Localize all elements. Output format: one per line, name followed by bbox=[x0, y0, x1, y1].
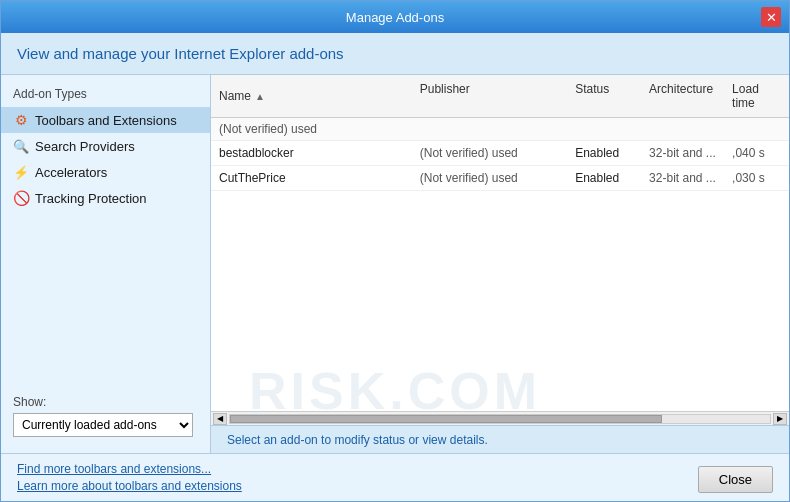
row1-name: bestadblocker bbox=[211, 143, 412, 163]
window-title: Manage Add-ons bbox=[29, 10, 761, 25]
status-text: Select an add-on to modify status or vie… bbox=[227, 433, 488, 447]
footer-links: Find more toolbars and extensions... Lea… bbox=[17, 462, 242, 493]
row1-load: ,040 s bbox=[724, 143, 789, 163]
row1-publisher: (Not verified) used bbox=[412, 143, 567, 163]
close-button[interactable]: Close bbox=[698, 466, 773, 493]
col-header-publisher[interactable]: Publisher bbox=[412, 79, 567, 113]
col-header-name[interactable]: Name ▲ bbox=[211, 79, 412, 113]
table-row[interactable]: CutThePrice (Not verified) used Enabled … bbox=[211, 166, 789, 191]
col-header-status[interactable]: Status bbox=[567, 79, 641, 113]
footer-link-find[interactable]: Find more toolbars and extensions... bbox=[17, 462, 242, 476]
row1-status: Enabled bbox=[567, 143, 641, 163]
addons-table: Name ▲ Publisher Status Architecture Loa… bbox=[211, 75, 789, 425]
scroll-thumb bbox=[230, 415, 662, 423]
row2-status: Enabled bbox=[567, 168, 641, 188]
tracking-icon: 🚫 bbox=[13, 190, 29, 206]
status-bar: Select an add-on to modify status or vie… bbox=[211, 425, 789, 453]
scroll-left-button[interactable]: ◀ bbox=[213, 413, 227, 425]
scroll-track[interactable] bbox=[229, 414, 771, 424]
row2-publisher: (Not verified) used bbox=[412, 168, 567, 188]
horizontal-scrollbar[interactable]: ◀ ▶ bbox=[211, 411, 789, 425]
accelerators-icon: ⚡ bbox=[13, 164, 29, 180]
table-header: Name ▲ Publisher Status Architecture Loa… bbox=[211, 75, 789, 118]
scroll-right-button[interactable]: ▶ bbox=[773, 413, 787, 425]
sidebar-item-toolbars[interactable]: ⚙ Toolbars and Extensions bbox=[1, 107, 210, 133]
content-area: Name ▲ Publisher Status Architecture Loa… bbox=[211, 75, 789, 453]
sidebar-section-label: Add-on Types bbox=[1, 83, 210, 107]
header-text: View and manage your Internet Explorer a… bbox=[17, 45, 344, 62]
close-window-button[interactable]: ✕ bbox=[761, 7, 781, 27]
header-banner: View and manage your Internet Explorer a… bbox=[1, 33, 789, 75]
footer-link-learn[interactable]: Learn more about toolbars and extensions bbox=[17, 479, 242, 493]
footer: Find more toolbars and extensions... Lea… bbox=[1, 453, 789, 501]
manage-addons-window: Manage Add-ons ✕ View and manage your In… bbox=[0, 0, 790, 502]
col-header-load[interactable]: Load time bbox=[724, 79, 789, 113]
sort-arrow-name: ▲ bbox=[255, 91, 265, 102]
row2-arch: 32-bit and ... bbox=[641, 168, 724, 188]
sidebar-item-accelerators-label: Accelerators bbox=[35, 165, 107, 180]
main-content: Add-on Types ⚙ Toolbars and Extensions 🔍… bbox=[1, 75, 789, 453]
show-select[interactable]: Currently loaded add-ons All add-ons Run… bbox=[13, 413, 193, 437]
sidebar-item-accelerators[interactable]: ⚡ Accelerators bbox=[1, 159, 210, 185]
sidebar-item-tracking[interactable]: 🚫 Tracking Protection bbox=[1, 185, 210, 211]
search-icon: 🔍 bbox=[13, 138, 29, 154]
table-body: (Not verified) used bestadblocker (Not v… bbox=[211, 118, 789, 411]
show-label: Show: bbox=[13, 395, 198, 409]
table-row[interactable]: bestadblocker (Not verified) used Enable… bbox=[211, 141, 789, 166]
row2-load: ,030 s bbox=[724, 168, 789, 188]
row1-arch: 32-bit and ... bbox=[641, 143, 724, 163]
toolbars-icon: ⚙ bbox=[13, 112, 29, 128]
sidebar-item-tracking-label: Tracking Protection bbox=[35, 191, 147, 206]
show-section: Show: Currently loaded add-ons All add-o… bbox=[1, 387, 210, 445]
group-header: (Not verified) used bbox=[211, 118, 789, 141]
sidebar-item-search-label: Search Providers bbox=[35, 139, 135, 154]
sidebar: Add-on Types ⚙ Toolbars and Extensions 🔍… bbox=[1, 75, 211, 453]
col-header-arch[interactable]: Architecture bbox=[641, 79, 724, 113]
sidebar-item-search[interactable]: 🔍 Search Providers bbox=[1, 133, 210, 159]
title-bar: Manage Add-ons ✕ bbox=[1, 1, 789, 33]
sidebar-item-toolbars-label: Toolbars and Extensions bbox=[35, 113, 177, 128]
row2-name: CutThePrice bbox=[211, 168, 412, 188]
